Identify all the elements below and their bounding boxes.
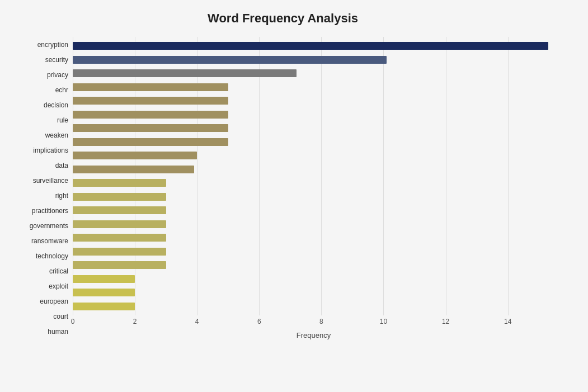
bar: [73, 179, 166, 187]
bar-row: [73, 163, 554, 177]
bar: [73, 56, 387, 64]
bar: [73, 220, 166, 228]
bar: [73, 69, 297, 77]
bar-row: [73, 94, 554, 108]
x-tick-label: 0: [71, 318, 75, 325]
x-axis-title: Frequency: [73, 331, 554, 339]
bar: [73, 97, 228, 105]
x-tick-label: 4: [195, 318, 199, 325]
bar: [73, 166, 194, 173]
y-label: encryption: [37, 41, 68, 48]
y-label: exploit: [49, 283, 68, 290]
bar-row: [73, 258, 554, 272]
bar-row: [73, 39, 554, 53]
bar: [73, 206, 166, 214]
y-label: european: [40, 298, 68, 305]
y-label: critical: [49, 268, 68, 275]
bar: [73, 42, 548, 50]
chart-container: Word Frequency Analysis encryptionsecuri…: [0, 0, 588, 392]
y-label: implications: [33, 147, 68, 154]
x-tick-label: 2: [133, 318, 137, 325]
x-tick-label: 6: [257, 318, 261, 325]
bar-row: [73, 53, 554, 67]
bar-row: [73, 231, 554, 245]
y-label: human: [48, 328, 68, 335]
x-axis-labels: 02468101214: [73, 318, 554, 329]
bars-and-grid: 02468101214 Frequency: [73, 37, 554, 339]
y-label: ransomware: [31, 238, 68, 244]
y-label: practitioners: [32, 207, 68, 214]
bar-row: [73, 218, 554, 232]
bar-row: [73, 272, 554, 286]
bar: [73, 289, 135, 296]
y-label: governments: [30, 223, 68, 229]
grid-and-bars: [73, 37, 554, 315]
bar: [73, 124, 228, 132]
x-tick-label: 14: [504, 318, 511, 325]
y-label: weaken: [45, 132, 68, 139]
bar-row: [73, 149, 554, 163]
bar-row: [73, 190, 554, 204]
bar-row: [73, 286, 554, 300]
y-label: right: [55, 192, 68, 199]
y-label: court: [53, 313, 68, 320]
bar: [73, 111, 228, 119]
y-label: surveillance: [33, 177, 68, 184]
bar-row: [73, 176, 554, 190]
bar: [73, 138, 228, 146]
bar: [73, 303, 135, 310]
y-label: privacy: [47, 72, 68, 78]
y-axis-labels: encryptionsecurityprivacyechrdecisionrul…: [11, 37, 73, 339]
y-label: data: [55, 162, 68, 169]
bar: [73, 234, 166, 242]
bar-row: [73, 121, 554, 135]
bar-row: [73, 135, 554, 149]
bar-row: [73, 245, 554, 259]
bar-row: [73, 300, 554, 314]
y-label: decision: [44, 102, 68, 108]
bar-row: [73, 204, 554, 218]
y-label: rule: [57, 117, 68, 124]
chart-area: encryptionsecurityprivacyechrdecisionrul…: [11, 37, 554, 339]
y-label: technology: [36, 253, 68, 259]
bar-row: [73, 81, 554, 95]
x-tick-label: 8: [319, 318, 323, 325]
bar: [73, 275, 135, 283]
bar: [73, 261, 166, 269]
bar: [73, 152, 197, 159]
bars-container: [73, 37, 554, 315]
bar-row: [73, 108, 554, 122]
chart-title: Word Frequency Analysis: [11, 11, 554, 26]
x-tick-label: 10: [380, 318, 387, 325]
bar: [73, 83, 228, 91]
y-label: echr: [55, 87, 68, 93]
x-tick-label: 12: [442, 318, 449, 325]
bar-row: [73, 67, 554, 81]
y-label: security: [45, 56, 68, 63]
bar: [73, 248, 166, 256]
bar: [73, 193, 166, 201]
